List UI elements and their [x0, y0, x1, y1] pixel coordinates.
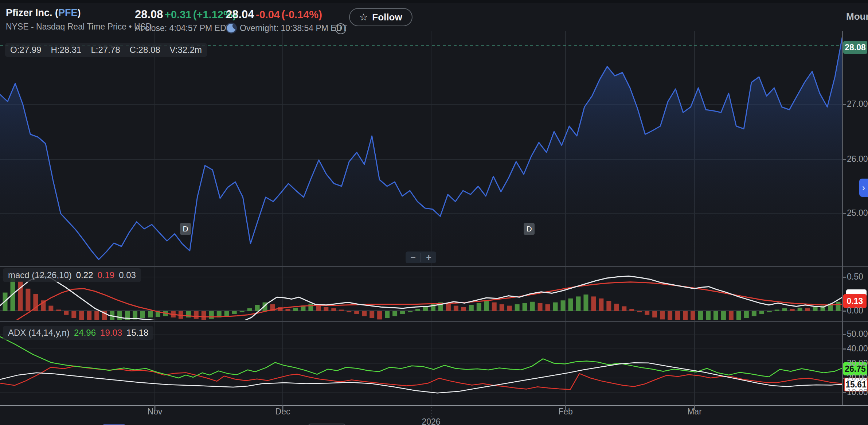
- month-axis-label: Mar: [687, 407, 702, 417]
- month-axis-label: Nov: [148, 407, 163, 417]
- macd-axis-label: 0.00: [847, 306, 863, 316]
- adx-axis-label: 10.00: [847, 387, 868, 397]
- regular-change: +0.31: [165, 9, 191, 20]
- macd-indicator-readout[interactable]: macd (12,26,10) 0.22 0.19 0.03: [3, 268, 141, 282]
- overnight-change: -0.04: [256, 9, 280, 20]
- current-price-badge: 28.08: [843, 41, 867, 54]
- adx-axis-label: 50.00: [847, 329, 868, 339]
- price-axis-label: 25.00: [847, 208, 868, 218]
- ticker-paren: ): [78, 7, 81, 18]
- macd-axis-label: 0.50: [847, 272, 863, 282]
- bottom-toolbar-button[interactable]: [308, 424, 346, 425]
- ticker-symbol[interactable]: PFE: [58, 7, 78, 18]
- overnight-price: 28.04: [226, 8, 254, 21]
- star-icon: ☆: [359, 12, 368, 23]
- ohlc-volume: V:32.2m: [170, 45, 202, 55]
- stock-chart-canvas[interactable]: [0, 31, 868, 425]
- dividend-marker[interactable]: D: [180, 223, 191, 235]
- chart-type-selector[interactable]: Mount: [846, 11, 868, 22]
- overnight-price-block: 28.04 -0.04 (-0.14%): [226, 8, 322, 21]
- follow-label: Follow: [372, 12, 402, 23]
- macd-hist-value: 0.03: [119, 270, 136, 280]
- macd-signal-value: 0.19: [97, 270, 114, 280]
- month-axis-label: Dec: [275, 407, 290, 417]
- regular-price-block: 28.08 +0.31 (+1.12%): [135, 8, 236, 21]
- macd-value: 0.22: [76, 270, 93, 280]
- ohlc-close: C:28.08: [130, 45, 160, 55]
- adx-axis-label: 20.00: [847, 373, 868, 383]
- year-axis-label: 2026: [422, 417, 440, 425]
- overnight-change-pct: (-0.14%): [282, 9, 322, 20]
- adx-axis-label: 30.00: [847, 358, 868, 368]
- price-axis-label: 26.00: [847, 154, 868, 164]
- expand-panel-chevron[interactable]: ›: [859, 179, 868, 197]
- zoom-out-button[interactable]: −: [406, 252, 421, 263]
- ohlc-open: O:27.99: [10, 45, 41, 55]
- adx-axis-label: 40.00: [847, 344, 868, 354]
- dividend-marker[interactable]: D: [524, 223, 535, 235]
- adx-label-text: ADX (14,14,y,n): [8, 328, 70, 338]
- stage: Pfizer Inc. (PFE) NYSE - Nasdaq Real Tim…: [0, 3, 868, 425]
- adx-value: 15.18: [126, 328, 148, 338]
- month-axis-label: Feb: [558, 407, 573, 417]
- zoom-in-button[interactable]: +: [421, 252, 436, 263]
- adx-minus-di-value: 19.03: [100, 328, 122, 338]
- zoom-controls[interactable]: − +: [406, 252, 436, 263]
- follow-button[interactable]: ☆ Follow: [349, 8, 413, 26]
- ohlc-low: L:27.78: [91, 45, 120, 55]
- company-name: Pfizer Inc. (: [6, 7, 58, 18]
- ohlc-readout: O:27.99 H:28.31 L:27.78 C:28.08 V:32.2m: [5, 43, 207, 57]
- adx-indicator-readout[interactable]: ADX (14,14,y,n) 24.96 19.03 15.18: [3, 326, 153, 340]
- page-title: Pfizer Inc. (PFE): [6, 7, 81, 19]
- macd-label-text: macd (12,26,10): [8, 270, 72, 280]
- adx-plus-di-value: 24.96: [74, 328, 96, 338]
- price-axis-label: 27.00: [847, 99, 868, 109]
- regular-price: 28.08: [135, 8, 163, 21]
- exchange-line: NYSE - Nasdaq Real Time Price • USD: [6, 22, 152, 32]
- ohlc-high: H:28.31: [51, 45, 81, 55]
- accent-bar: [0, 0, 868, 3]
